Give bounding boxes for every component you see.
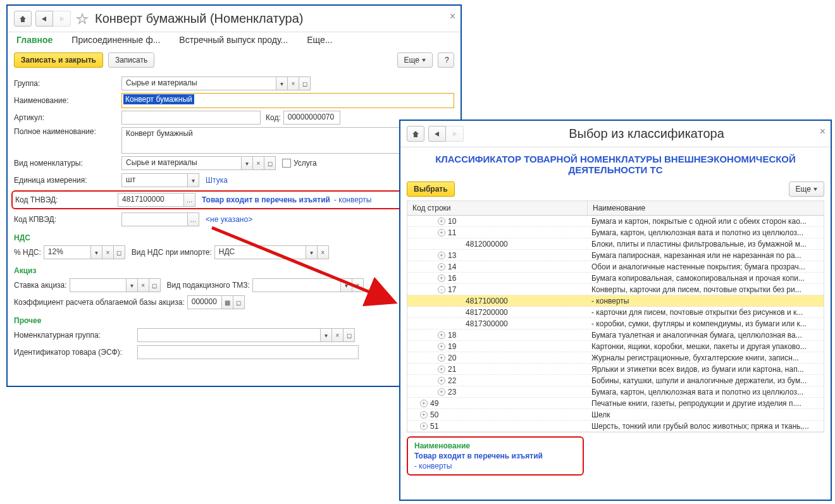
row-code: 21: [448, 365, 456, 374]
more-button[interactable]: Еще: [789, 181, 824, 197]
close-icon[interactable]: ×: [450, 11, 455, 22]
row-name: - конверты: [588, 297, 824, 305]
home-button[interactable]: [14, 11, 32, 27]
excise-rate-label: Ставка акциза:: [14, 281, 67, 290]
expand-icon[interactable]: +: [420, 422, 428, 430]
classifier-row[interactable]: 4817100000- конверты: [407, 295, 824, 307]
expand-icon[interactable]: +: [438, 274, 445, 282]
grid-body[interactable]: +10Бумага и картон, покрытые с одной или…: [407, 216, 824, 432]
vat-section-header: НДС: [14, 233, 454, 242]
expand-icon[interactable]: +: [438, 354, 445, 362]
expand-icon[interactable]: +: [438, 263, 445, 271]
row-name: Обои и аналогичные настенные покрытия; б…: [588, 262, 824, 271]
nomtype-input[interactable]: Сырье и материалы▾×◻: [121, 156, 276, 170]
classifier-row[interactable]: +20Журналы регистрационные, бухгалтерски…: [407, 352, 824, 364]
back-button[interactable]: [428, 126, 446, 142]
expand-icon[interactable]: -: [438, 286, 445, 293]
row-code: 18: [448, 331, 456, 340]
name-input[interactable]: Конверт бумажный: [121, 93, 454, 108]
classifier-row[interactable]: +16Бумага копировальная, самокопировальн…: [407, 273, 824, 284]
save-close-button[interactable]: Записать и закрыть: [14, 52, 103, 68]
tnved-input[interactable]: 4817100000…: [118, 193, 195, 207]
classifier-row[interactable]: 4817300000- коробки, сумки, футляры и ко…: [407, 318, 824, 329]
forward-button[interactable]: [446, 126, 464, 142]
tab-more[interactable]: Еще...: [307, 35, 332, 45]
excise-coef-input[interactable]: 000000▦◻: [187, 295, 245, 309]
save-button[interactable]: Записать: [108, 52, 154, 68]
row-name: Бумага, картон, целлюлозная вата и полот…: [588, 228, 824, 237]
row-name: - коробки, сумки, футляры и компендиумы,…: [588, 319, 824, 328]
vat-import-input[interactable]: НДС▾×: [214, 245, 329, 259]
excise-section-header: Акциз: [14, 266, 454, 275]
home-button[interactable]: [407, 126, 424, 142]
group-input[interactable]: Сырье и материалы▾×◻: [121, 77, 311, 90]
more-button[interactable]: Еще: [397, 52, 433, 68]
footer-desc: - конверты: [414, 462, 576, 470]
expand-icon[interactable]: +: [438, 229, 445, 237]
select-button[interactable]: Выбрать: [407, 181, 455, 197]
classifier-row[interactable]: -17Конверты, карточки для писем, почтовы…: [407, 284, 824, 295]
classifier-row[interactable]: +49Печатные книги, газеты, репродукции и…: [407, 398, 824, 409]
excise-tmz-input[interactable]: ▾×: [252, 278, 364, 292]
row-code: 4817300000: [466, 319, 508, 328]
col-name-header[interactable]: Наименование: [588, 201, 824, 215]
item-card-window: Конверт бумажный (Номенклатура) × Главно…: [6, 4, 462, 387]
code-input[interactable]: 00000000070: [283, 111, 340, 125]
row-name: Бумага папиросная, нарезанная или не нар…: [588, 251, 824, 260]
excise-coef-label: Коэффициент расчета облагаемой базы акци…: [14, 298, 185, 307]
expand-icon[interactable]: +: [420, 411, 428, 419]
classifier-row[interactable]: +50Шелк: [407, 409, 824, 421]
tab-main[interactable]: Главное: [16, 35, 53, 45]
classifier-row[interactable]: +18Бумага туалетная и аналогичная бумага…: [407, 329, 824, 341]
expand-icon[interactable]: +: [438, 366, 445, 373]
article-input[interactable]: [121, 111, 261, 125]
col-code-header[interactable]: Код строки: [407, 201, 588, 215]
service-checkbox[interactable]: [282, 159, 291, 168]
classifier-row[interactable]: +14Обои и аналогичные настенные покрытия…: [407, 261, 824, 273]
row-code: 23: [448, 388, 456, 396]
expand-icon[interactable]: +: [420, 400, 428, 407]
row-code: 13: [448, 251, 456, 260]
classifier-row[interactable]: +11Бумага, картон, целлюлозная вата и по…: [407, 227, 824, 238]
esf-input[interactable]: [137, 345, 359, 359]
excise-rate-input[interactable]: ▾×◻: [70, 278, 161, 292]
name-label: Наименование:: [14, 96, 121, 105]
expand-icon[interactable]: +: [438, 331, 445, 339]
classifier-row[interactable]: +23Бумага, картон, целлюлозная вата и по…: [407, 386, 824, 398]
expand-icon[interactable]: +: [438, 388, 445, 396]
esf-label: Идентификатор товара (ЭСФ):: [14, 348, 137, 357]
classifier-row[interactable]: 4812000000Блоки, плиты и пластины фильтр…: [407, 238, 824, 250]
help-button[interactable]: ?: [438, 52, 454, 68]
classifier-row[interactable]: +10Бумага и картон, покрытые с одной или…: [407, 216, 824, 227]
row-name: Журналы регистрационные, бухгалтерские к…: [588, 353, 824, 362]
tab-counter[interactable]: Встречный выпуск проду...: [179, 35, 288, 45]
vat-pct-input[interactable]: 12%▾×◻: [44, 245, 125, 259]
row-code: 20: [448, 353, 456, 362]
row-name: Картонки, ящики, коробки, мешки, пакеты …: [588, 342, 824, 351]
classifier-row[interactable]: +51Шерсть, тонкий или грубый волос живот…: [407, 421, 824, 432]
nomgroup-input[interactable]: ▾×◻: [137, 328, 355, 342]
classifier-row[interactable]: +13Бумага папиросная, нарезанная или не …: [407, 250, 824, 261]
classifier-row[interactable]: +19Картонки, ящики, коробки, мешки, паке…: [407, 341, 824, 352]
row-name: Печатные книги, газеты, репродукции и др…: [588, 399, 824, 408]
classifier-row[interactable]: +21Ярлыки и этикетки всех видов, из бума…: [407, 364, 824, 375]
unit-label: Единица измерения:: [14, 176, 121, 185]
tab-attached[interactable]: Присоединенные ф...: [71, 35, 160, 45]
back-button[interactable]: [35, 11, 53, 27]
expand-icon[interactable]: +: [438, 377, 445, 384]
kpved-input[interactable]: …: [121, 212, 199, 226]
tnved-msg: Товар входит в перечень изъятий: [202, 195, 330, 204]
row-code: 4817100000: [466, 297, 508, 305]
classifier-row[interactable]: 4817200000- карточки для писем, почтовые…: [407, 307, 824, 318]
close-icon[interactable]: ×: [820, 126, 826, 137]
row-code: 14: [448, 262, 456, 271]
other-section-header: Прочее: [14, 316, 454, 325]
expand-icon[interactable]: +: [438, 252, 445, 259]
unit-link[interactable]: Штука: [206, 176, 228, 185]
classifier-row[interactable]: +22Бобины, катушки, шпули и аналогичные …: [407, 375, 824, 386]
expand-icon[interactable]: +: [438, 343, 445, 350]
star-icon[interactable]: [75, 11, 90, 27]
unit-input[interactable]: шт▾: [121, 173, 199, 187]
expand-icon[interactable]: +: [438, 218, 445, 225]
forward-button[interactable]: [53, 11, 71, 27]
